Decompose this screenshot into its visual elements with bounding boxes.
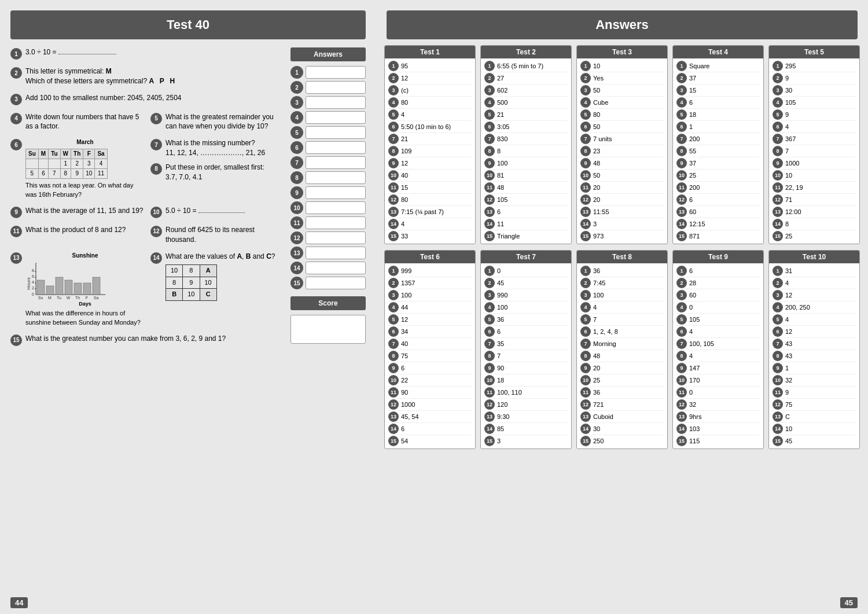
test-answer-item: 1190 bbox=[388, 387, 472, 399]
answer-number: 2 bbox=[388, 278, 399, 288]
answer-number: 10 bbox=[484, 375, 495, 385]
cal-cell: 10 bbox=[83, 169, 95, 179]
answer-number: 5 bbox=[580, 314, 591, 325]
q5-text: What is the greatest remainder you can h… bbox=[165, 112, 285, 132]
answer-row-7[interactable]: 7 bbox=[290, 156, 366, 169]
answer-value: 27 bbox=[497, 75, 568, 82]
test-answer-item: 1554 bbox=[388, 435, 472, 447]
test-answer-item: 12721 bbox=[580, 399, 664, 411]
answer-value: 6 bbox=[497, 208, 568, 215]
test-answer-item: 15973 bbox=[580, 230, 664, 242]
answer-value: 30 bbox=[785, 87, 856, 94]
answer-line-3[interactable] bbox=[306, 96, 366, 109]
test-header-8: Test 9 bbox=[673, 251, 763, 263]
answer-num-9: 9 bbox=[290, 186, 303, 199]
answer-row-15[interactable]: 15 bbox=[290, 277, 366, 289]
test-block-test-10: Test 10131243124200, 2505461274384391103… bbox=[768, 250, 860, 449]
answer-number: 10 bbox=[773, 170, 783, 181]
answer-line-15[interactable] bbox=[306, 277, 366, 289]
answer-row-11[interactable]: 11 bbox=[290, 216, 366, 229]
answer-number: 11 bbox=[676, 182, 687, 193]
answer-value: 12:00 bbox=[785, 208, 856, 215]
answer-row-2[interactable]: 2 bbox=[290, 81, 366, 94]
answer-line-1[interactable] bbox=[306, 66, 366, 79]
svg-rect-22 bbox=[83, 283, 91, 295]
test-answer-item: 1271 bbox=[773, 194, 856, 206]
test-answer-item: 612 bbox=[773, 326, 856, 338]
q13-q14-row: 13 Sunshine Hours bbox=[10, 252, 285, 329]
answer-value: 7 bbox=[593, 316, 664, 323]
answer-value: 602 bbox=[497, 87, 568, 94]
answer-row-6[interactable]: 6 bbox=[290, 141, 366, 154]
score-area[interactable] bbox=[290, 315, 366, 344]
answer-line-13[interactable] bbox=[306, 247, 366, 259]
q13-num: 13 bbox=[10, 252, 22, 264]
answer-line-10[interactable] bbox=[306, 201, 366, 214]
test-answer-item: 1148 bbox=[484, 182, 568, 194]
answer-number: 14 bbox=[388, 424, 399, 434]
answer-number: 13 bbox=[580, 207, 591, 217]
answer-line-11[interactable] bbox=[306, 216, 366, 229]
answer-value: 4 bbox=[401, 220, 472, 227]
answer-value: 7 bbox=[497, 352, 568, 359]
answer-line-2[interactable] bbox=[306, 81, 366, 94]
answer-row-5[interactable]: 5 bbox=[290, 126, 366, 139]
answer-number: 14 bbox=[484, 219, 495, 229]
answer-row-9[interactable]: 9 bbox=[290, 186, 366, 199]
test-answer-item: 1412:15 bbox=[676, 218, 760, 230]
answer-row-12[interactable]: 12 bbox=[290, 231, 366, 244]
answer-line-5[interactable] bbox=[306, 126, 366, 139]
q9-q10-row: 9 What is the average of 11, 15 and 19? … bbox=[10, 206, 285, 220]
answer-number: 4 bbox=[484, 302, 495, 312]
answer-value: 3 bbox=[497, 437, 568, 444]
answer-num-6: 6 bbox=[290, 141, 303, 154]
test-answer-item: 1022 bbox=[388, 374, 472, 387]
answer-line-12[interactable] bbox=[306, 231, 366, 244]
answer-num-5: 5 bbox=[290, 126, 303, 139]
answer-value: 3 bbox=[593, 220, 664, 227]
answer-number: 15 bbox=[388, 436, 399, 446]
q7-num: 7 bbox=[150, 139, 162, 150]
test-answer-item: 735 bbox=[484, 338, 568, 350]
test-answer-item: 54 bbox=[773, 314, 856, 326]
test-header-6: Test 7 bbox=[481, 251, 571, 263]
test-answer-item: 1525 bbox=[773, 230, 856, 242]
answer-line-9[interactable] bbox=[306, 186, 366, 199]
answer-line-7[interactable] bbox=[306, 156, 366, 169]
cal-header-th: Th bbox=[71, 149, 83, 159]
test-answer-item: 3100 bbox=[388, 289, 472, 302]
question-15: 15 What is the greatest number you can m… bbox=[10, 334, 285, 346]
answer-row-13[interactable]: 13 bbox=[290, 247, 366, 259]
answer-number: 13 bbox=[676, 207, 687, 217]
answer-number: 3 bbox=[773, 290, 783, 300]
answer-number: 11 bbox=[484, 182, 495, 193]
right-page: Answers Test 11952123(c)4805465:50 (10 m… bbox=[376, 0, 868, 614]
answer-row-8[interactable]: 8 bbox=[290, 171, 366, 184]
answer-number: 13 bbox=[676, 411, 687, 422]
answer-row-1[interactable]: 1 bbox=[290, 66, 366, 79]
answer-number: 12 bbox=[388, 399, 399, 410]
answer-number: 10 bbox=[676, 170, 687, 181]
answer-value: 100, 105 bbox=[689, 340, 760, 347]
answer-line-4[interactable] bbox=[306, 111, 366, 124]
answer-value: 28 bbox=[689, 280, 760, 286]
test-answer-item: 743 bbox=[773, 338, 856, 350]
answer-row-14[interactable]: 14 bbox=[290, 262, 366, 274]
cal-cell: 5 bbox=[26, 169, 39, 179]
question-2: 2 This letter is symmetrical: MWhich of … bbox=[10, 67, 285, 86]
answer-value: 54 bbox=[401, 437, 472, 444]
answer-row-3[interactable]: 3 bbox=[290, 96, 366, 109]
answer-number: 3 bbox=[773, 85, 783, 95]
answer-number: 7 bbox=[773, 134, 783, 144]
answer-line-6[interactable] bbox=[306, 141, 366, 154]
answer-line-14[interactable] bbox=[306, 262, 366, 274]
test-answers-list-5: 1999213573100444512634740875961022119012… bbox=[385, 263, 475, 448]
question-4: 4 Write down four numbers that have 5 as… bbox=[10, 112, 145, 132]
answer-row-10[interactable]: 10 bbox=[290, 201, 366, 214]
left-page: Test 40 1 3.0 ÷ 10 = 2 This letter is sy… bbox=[0, 0, 376, 614]
test-answer-item: 1295 bbox=[773, 60, 856, 72]
q13-subtext: What was the difference in hours of suns… bbox=[25, 309, 145, 327]
answer-line-8[interactable] bbox=[306, 171, 366, 184]
answer-row-4[interactable]: 4 bbox=[290, 111, 366, 124]
test-answers-list-6: 10245399041005366673587990101811100, 110… bbox=[481, 263, 571, 448]
